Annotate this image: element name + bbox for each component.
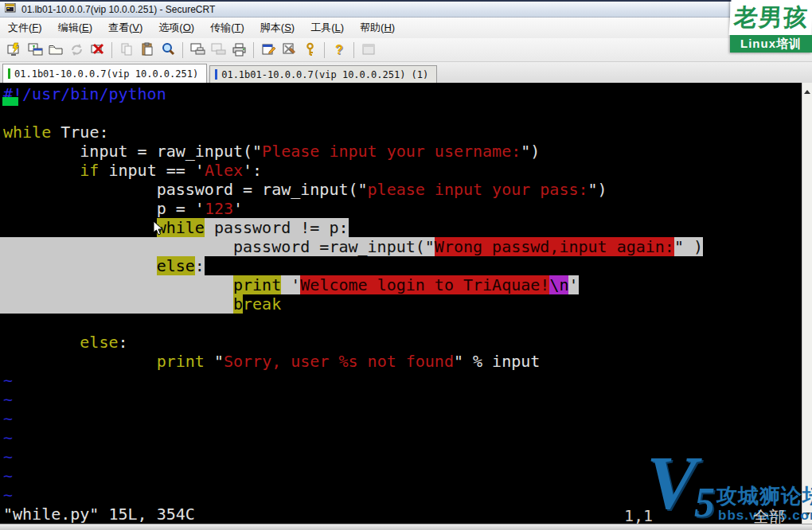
terminal-row: ~ (3, 371, 802, 390)
reconnect-icon[interactable] (67, 41, 86, 60)
terminal-row: #!/usr/bin/python (3, 84, 802, 103)
menu-item-o[interactable]: 选项(O) (150, 18, 202, 37)
brand-tagline: Linux培训 (730, 35, 812, 53)
key-icon[interactable] (300, 41, 319, 60)
brand-logo: 老男孩 Linux培训 (730, 0, 812, 53)
menu-item-s[interactable]: 脚本(S) (252, 18, 303, 37)
terminal-row: if input == 'Alex': (3, 161, 802, 180)
menu-item-h[interactable]: 帮助(H) (352, 18, 403, 37)
print-eject-icon[interactable] (209, 41, 228, 60)
terminal-row: ~ (3, 485, 802, 505)
terminal-row: print "Sorry, user %s not found" % input (3, 352, 802, 371)
terminal-row: password = raw_input("please input your … (3, 180, 802, 199)
terminal-row: print 'Welcome login to TriAquae!\n' (3, 275, 802, 294)
tab-bar: 01.1b01-10.0.0.7(vip 10.0.0.251)01.1b01-… (0, 62, 812, 83)
terminal-row: ~ (3, 466, 802, 485)
title-bar[interactable]: 01.lb01-10.0.0.7(vip 10.0.0.251) - Secur… (0, 0, 812, 18)
toolbar-separator (253, 42, 254, 58)
print-icon[interactable] (229, 41, 248, 60)
scroll-down-icon[interactable] (804, 512, 810, 516)
terminal-row: ~ (3, 428, 802, 447)
menu-item-v[interactable]: 查看(V) (100, 18, 150, 37)
window-title: 01.lb01-10.0.0.7(vip 10.0.0.251) - Secur… (21, 4, 215, 15)
help-icon[interactable]: ? (330, 41, 349, 60)
terminal-row (3, 314, 802, 333)
terminal-row: ~ (3, 409, 802, 428)
toolbar-separator (111, 42, 112, 58)
find-icon[interactable] (158, 41, 178, 60)
quick-connect-icon[interactable] (5, 41, 24, 60)
session-options-icon[interactable] (279, 41, 299, 60)
securecrt-window: 01.lb01-10.0.0.7(vip 10.0.0.251) - Secur… (0, 0, 812, 530)
terminal-row: break (3, 294, 802, 314)
copy-icon[interactable] (117, 41, 136, 60)
terminal-row: p = '123' (3, 199, 802, 218)
terminal-row: while password != p: (3, 218, 802, 237)
terminal-row: "while.py" 15L, 354C (3, 505, 802, 524)
terminal-row: input = raw_input("Please input your use… (3, 142, 802, 161)
app-icon (5, 3, 17, 16)
terminal-cursor (2, 97, 18, 106)
terminal-screen[interactable]: 1,1 全部 #!/usr/bin/pythonwhile True: inpu… (0, 83, 802, 524)
terminal-row: password =raw_input("Wrong passwd,input … (3, 237, 802, 256)
menu-item-f[interactable]: 文件(F) (0, 18, 50, 37)
vertical-scrollbar[interactable] (802, 83, 812, 524)
window-bottom-edge (0, 524, 812, 530)
terminal-row: ~ (3, 390, 802, 409)
toolbar-separator (324, 42, 325, 58)
terminal-row (3, 103, 802, 123)
print-screen-icon[interactable] (188, 41, 207, 60)
connect-folder-icon[interactable] (46, 41, 65, 60)
session-tab-2[interactable]: 01.1b01-10.0.0.7(vip 10.0.0.251) (1) (209, 65, 437, 83)
terminal-row: else: (3, 333, 802, 352)
terminal-row: else: (3, 256, 802, 275)
brand-name: 老男孩 (728, 0, 812, 35)
toolbar-separator (182, 42, 183, 58)
properties-icon[interactable] (259, 41, 278, 60)
tab-status-flag (8, 68, 10, 79)
disconnect-icon[interactable] (88, 41, 107, 60)
vim-scroll-position: 全部 (753, 506, 785, 524)
connect-dialog-icon[interactable] (25, 41, 45, 60)
window-icon[interactable] (359, 41, 378, 60)
paste-icon[interactable] (138, 41, 157, 60)
terminal-row: ~ (3, 447, 802, 466)
menu-item-t[interactable]: 传输(T) (202, 18, 252, 37)
mouse-pointer-icon (153, 220, 164, 240)
vim-ruler: 1,1 (624, 506, 653, 524)
terminal-row: while True: (3, 123, 802, 142)
tab-label: 01.1b01-10.0.0.7(vip 10.0.0.251) (14, 68, 198, 80)
tab-status-flag (215, 69, 217, 80)
session-tab-1[interactable]: 01.1b01-10.0.0.7(vip 10.0.0.251) (2, 64, 207, 83)
toolbar: ? (0, 38, 812, 62)
toolbar-separator (353, 42, 354, 58)
scroll-up-icon[interactable] (804, 90, 810, 94)
tab-label: 01.1b01-10.0.0.7(vip 10.0.0.251) (1) (221, 69, 428, 80)
menu-bar: 文件(F)编辑(E)查看(V)选项(O)传输(T)脚本(S)工具(L)帮助(H) (0, 18, 812, 39)
menu-item-l[interactable]: 工具(L) (303, 18, 352, 37)
menu-item-e[interactable]: 编辑(E) (50, 18, 100, 37)
